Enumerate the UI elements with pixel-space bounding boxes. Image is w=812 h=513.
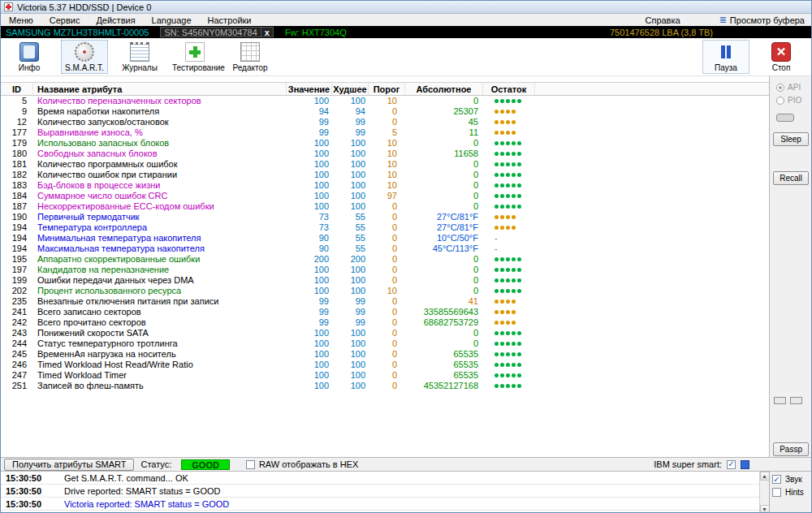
column-header[interactable]: Название атрибута (33, 83, 287, 95)
table-row[interactable]: 190Первичный термодатчик7355027°C/81°F (1, 212, 769, 222)
column-header[interactable]: Значение (287, 83, 332, 95)
table-row[interactable]: 199Ошибки передачи данных через DMA10010… (1, 275, 769, 286)
menu-item[interactable]: Language (147, 15, 203, 25)
passport-button[interactable]: Passp (773, 442, 809, 456)
table-row[interactable]: 180Свободных запасных блоков100100101165… (1, 149, 769, 159)
table-row[interactable]: 177Выравнивание износа, %9999511 (1, 127, 769, 138)
attr-name: Температура контроллера (33, 222, 287, 233)
stop-button[interactable]: ✕ Стоп (758, 40, 805, 74)
menu-item[interactable]: Действия (91, 15, 146, 25)
info-button[interactable]: Инфо (6, 40, 53, 74)
hints-checkbox[interactable] (772, 488, 781, 497)
menu-item[interactable]: Меню (4, 15, 45, 25)
smart-button[interactable]: S.M.A.R.T. (61, 40, 108, 74)
table-row[interactable]: 182Количество ошибок при стирании1001001… (1, 170, 769, 180)
attr-value: 99 (287, 317, 332, 328)
attr-filler (535, 212, 769, 222)
table-row[interactable]: 179Использовано запасных блоков100100100 (1, 138, 769, 149)
column-header[interactable]: Абсолютное (405, 83, 483, 95)
table-row[interactable]: 181Количество программных ошибок10010010… (1, 159, 769, 170)
table-row[interactable]: 242Всего прочитано секторов9999068682753… (1, 317, 769, 328)
column-header[interactable]: Остаток (483, 83, 535, 95)
table-row[interactable]: 244Статус температурного тротлинга100100… (1, 338, 769, 349)
buffer-view-button[interactable]: ≣ Просмотр буфера (719, 15, 805, 25)
table-row[interactable]: 194Минимальная температура накопителя905… (1, 233, 769, 244)
health-dot (506, 363, 510, 367)
status-label: Статус: (140, 459, 171, 469)
log-scrollbar[interactable]: ▲ ▼ (759, 472, 769, 513)
table-row[interactable]: 241Всего записано секторов99990335855696… (1, 307, 769, 317)
table-row[interactable]: 12Количество запусков/остановок9999045 (1, 117, 769, 127)
log-entries: 15:30:50Get S.M.A.R.T. command... OK15:3… (1, 472, 759, 513)
sound-checkbox[interactable] (772, 475, 781, 484)
get-smart-button[interactable]: Получить атрибуты SMART (4, 459, 134, 471)
health-dot (512, 352, 516, 356)
pio-radio[interactable]: PIO (776, 96, 801, 105)
attr-name: Максимальная температура накопителя (33, 244, 287, 254)
sound-checkbox-group[interactable]: Звук (772, 475, 809, 484)
ibm-smart-checkbox[interactable] (727, 460, 736, 469)
table-row[interactable]: 9Время наработки накопителя9494025307 (1, 106, 769, 117)
health-dot (517, 162, 521, 166)
pause-button[interactable]: Пауза (702, 40, 749, 74)
device-serial: SN: S456NY0M304784 (160, 27, 261, 37)
mini-indicator-left[interactable] (774, 397, 786, 404)
attr-name: Нескорректированные ECC-кодом ошибки (33, 201, 287, 212)
raw-hex-checkbox[interactable] (246, 460, 255, 469)
table-row[interactable]: 5Количество переназначенных секторов1001… (1, 96, 769, 106)
table-row[interactable]: 246Timed Workload Host Read/Write Ratio1… (1, 360, 769, 370)
journals-icon (130, 42, 149, 62)
table-row[interactable]: 243Понижений скорости SATA10010000 (1, 328, 769, 338)
scroll-up-icon[interactable]: ▲ (760, 472, 770, 481)
log-text: Get S.M.A.R.T. command... OK (53, 472, 188, 484)
scroll-down-icon[interactable]: ▼ (760, 505, 770, 513)
recall-button[interactable]: Recall (773, 171, 809, 185)
health-dot (517, 384, 521, 388)
attr-id: 177 (1, 127, 33, 138)
mini-indicator-right[interactable] (790, 397, 802, 404)
api-radio[interactable]: API (776, 83, 801, 92)
attr-id: 241 (1, 307, 33, 317)
table-row[interactable]: 247Timed Workload Timer100100065535 (1, 370, 769, 381)
table-row[interactable]: 194Максимальная температура накопителя90… (1, 244, 769, 254)
attr-absolute: 11658 (405, 149, 483, 159)
health-dot (500, 99, 504, 103)
journals-button[interactable]: Журналы (116, 40, 163, 74)
column-header[interactable]: Худшее (332, 83, 369, 95)
menu-item[interactable]: Настройки (203, 15, 263, 25)
attr-filler (535, 106, 769, 117)
device-model[interactable]: SAMSUNG MZ7LH3T8HMLT-00005 (6, 28, 149, 37)
editor-button[interactable]: Редактор (227, 40, 274, 74)
test-button[interactable]: Тестирование (171, 40, 218, 74)
attr-threshold: 10 (369, 159, 405, 170)
health-dot (495, 300, 499, 304)
column-header[interactable]: Порог (369, 83, 405, 95)
table-row[interactable]: 183Бэд-блоков в процессе жизни100100100 (1, 180, 769, 191)
attr-threshold: 0 (369, 106, 405, 117)
health-dot (517, 99, 521, 103)
titlebar[interactable]: Victoria 5.37 HDD/SSD | Device 0 (1, 1, 811, 14)
device-close-button[interactable]: x (261, 27, 274, 37)
health-dot (512, 384, 516, 388)
table-row[interactable]: 197Кандидатов на переназначение10010000 (1, 265, 769, 275)
table-row[interactable]: 184Суммарное число ошибок CRC100100970 (1, 191, 769, 201)
sleep-button[interactable]: Sleep (773, 132, 809, 146)
attr-filler (535, 180, 769, 191)
table-row[interactable]: 187Нескорректированные ECC-кодом ошибки1… (1, 201, 769, 212)
attr-health (483, 349, 535, 360)
table-row[interactable]: 194Температура контроллера7355027°C/81°F (1, 222, 769, 233)
menu-help[interactable]: Справка (640, 15, 691, 25)
hints-checkbox-group[interactable]: Hints (772, 488, 809, 497)
health-dot (506, 257, 510, 261)
attr-filler (535, 317, 769, 328)
table-row[interactable]: 235Внезапные отключения питания при запи… (1, 296, 769, 307)
table-row[interactable]: 202Процент использованного ресурса100100… (1, 286, 769, 296)
raw-hex-checkbox-group[interactable]: RAW отображать в HEX (246, 459, 358, 469)
attr-filler (535, 307, 769, 317)
table-row[interactable]: 251Записей во флеш-память100100045352127… (1, 381, 769, 391)
column-header[interactable]: ID (1, 83, 33, 95)
table-row[interactable]: 195Аппаратно скорректированные ошибки200… (1, 254, 769, 265)
table-row[interactable]: 245ВременнАя нагрузка на носитель1001000… (1, 349, 769, 360)
menu-item[interactable]: Сервис (45, 15, 92, 25)
health-dot (500, 352, 504, 356)
